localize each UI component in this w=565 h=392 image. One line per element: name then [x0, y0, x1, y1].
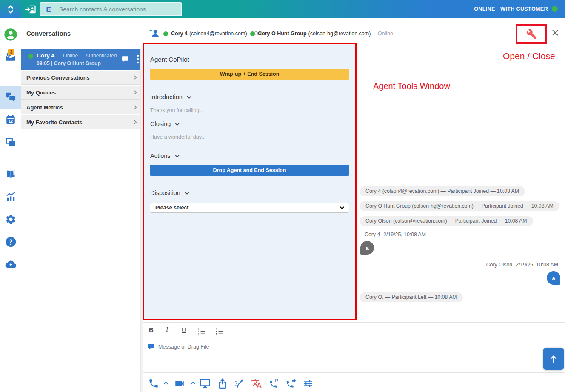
video-call-button[interactable] — [174, 378, 185, 389]
arrow-up-icon — [548, 354, 559, 364]
translate-icon — [251, 378, 262, 389]
call-options-expander[interactable] — [163, 380, 169, 387]
nav-windows[interactable] — [0, 135, 21, 150]
message-header-outbound: Cory 42/19/25, 10:08 AM — [365, 232, 426, 237]
nav-profile[interactable] — [0, 27, 21, 42]
top-bar: ONLINE - WITH CUSTOMER — [0, 0, 565, 18]
chevron-down-icon — [186, 95, 192, 99]
introduction-snippet-link[interactable]: Thank you for calling... — [150, 107, 204, 113]
conversations-title: Conversations — [26, 30, 71, 37]
message-header-inbound: Cory Olson2/19/25, 10:08 AM — [486, 262, 558, 268]
nav-rail: 3 12 — [0, 18, 21, 392]
conversation-item-active[interactable]: Cory 4— Online — Authenticated 09:05 | C… — [21, 49, 143, 70]
drop-agent-end-session-button[interactable]: Drop Agent and End Session — [150, 165, 349, 176]
presence-dot — [28, 54, 33, 59]
conversation-detail: 09:05 | Cory O Hunt Group — [37, 60, 101, 66]
user-avatar-icon — [4, 28, 17, 41]
video-options-expander[interactable] — [190, 380, 197, 387]
video-camera-icon — [174, 378, 185, 389]
chevron-down-icon — [184, 191, 190, 195]
chart-icon — [5, 191, 17, 203]
format-italic-button[interactable]: I — [166, 326, 168, 333]
app-logo[interactable] — [0, 0, 21, 18]
introduction-section-toggle[interactable]: Introduction — [150, 94, 192, 100]
sidebar-item-agent-metrics[interactable]: Agent Metrics — [21, 100, 143, 114]
close-conversation-button[interactable] — [551, 29, 560, 37]
magic-arrow-icon — [234, 378, 245, 389]
screen-share-button[interactable] — [200, 378, 211, 389]
monitor-icon — [200, 378, 211, 389]
nav-download[interactable] — [0, 257, 21, 272]
book-icon — [5, 169, 17, 180]
linklive-app: ONLINE - WITH CUSTOMER 3 — [0, 0, 565, 392]
annotation-open-close: Open / Close — [503, 51, 555, 61]
system-message: Cory O Hunt Group (colson-hg@revation.co… — [360, 201, 559, 211]
phone-icon — [148, 378, 159, 389]
annotation-agent-tools-window: Agent Tools Window — [373, 81, 450, 91]
actions-section-toggle[interactable]: Actions — [150, 152, 180, 159]
nav-settings[interactable] — [0, 212, 21, 227]
kebab-menu-icon[interactable] — [137, 54, 139, 64]
nav-contacts-book[interactable] — [0, 166, 21, 182]
call-button[interactable] — [148, 378, 159, 389]
chevron-down-icon — [340, 206, 345, 210]
inbox-badge: 3 — [8, 49, 14, 55]
ordered-list-button[interactable] — [197, 328, 205, 335]
chevron-right-icon — [132, 104, 138, 110]
nav-metrics[interactable] — [0, 189, 21, 204]
signin-contact-icon[interactable] — [25, 3, 37, 15]
nav-conversations[interactable] — [0, 86, 21, 109]
sidebar-item-previous-conversations[interactable]: Previous Conversations — [21, 71, 143, 85]
chevron-down-icon — [174, 154, 180, 158]
message-input[interactable]: Message or Drag File — [158, 344, 209, 350]
chevron-up-icon — [163, 380, 169, 387]
svg-text:P: P — [275, 378, 278, 383]
sidebar-item-my-queues[interactable]: My Queues — [21, 86, 143, 100]
wrapup-end-session-button[interactable]: Wrap-up + End Session — [150, 69, 349, 80]
disposition-section-toggle[interactable]: Disposition — [150, 189, 190, 196]
format-underline-button[interactable]: U — [182, 326, 186, 333]
nav-inbox[interactable]: 3 — [0, 49, 21, 65]
nav-help[interactable] — [0, 234, 21, 249]
directory-icon — [45, 6, 52, 13]
agent-tools-highlight-box — [516, 24, 547, 44]
ai-assist-button[interactable] — [234, 378, 245, 389]
status-presence-dot — [552, 6, 558, 12]
park-call-button[interactable]: P — [269, 378, 280, 389]
add-participant-icon[interactable] — [149, 28, 160, 39]
transfer-call-button[interactable] — [285, 378, 297, 389]
avatar-outbound: a — [360, 241, 374, 255]
closing-section-toggle[interactable]: Closing — [150, 120, 180, 127]
presence-dot — [163, 31, 168, 36]
help-icon — [5, 236, 17, 248]
divider — [143, 372, 565, 373]
closing-snippet-link[interactable]: Have a wonderful day... — [150, 134, 205, 140]
system-message: Cory Olson (colson@revation.com) — Parti… — [360, 216, 533, 226]
cloud-download-icon — [5, 259, 17, 270]
copilot-title: Agent CoPilot — [150, 56, 189, 63]
agent-status-label[interactable]: ONLINE - WITH CUSTOMER — [474, 6, 548, 12]
upload-icon — [217, 378, 228, 389]
chevron-right-icon — [132, 74, 138, 80]
phone-park-icon: P — [269, 378, 280, 389]
windows-icon — [5, 137, 16, 148]
search-input[interactable] — [40, 3, 181, 15]
agent-tools-wrench-button[interactable] — [526, 29, 537, 40]
chat-bubbles-icon — [5, 92, 17, 103]
presence-dot — [250, 31, 255, 36]
nav-schedule[interactable]: 12 — [0, 112, 21, 127]
chat-bubble-icon[interactable] — [121, 55, 129, 63]
chevron-down-icon — [174, 122, 180, 126]
file-share-button[interactable] — [217, 378, 228, 389]
call-settings-button[interactable] — [302, 378, 314, 389]
wrench-icon — [526, 29, 537, 40]
bullet-list-button[interactable] — [215, 328, 223, 335]
translate-button[interactable] — [251, 378, 262, 389]
scroll-to-top-button[interactable] — [543, 348, 564, 370]
format-bold-button[interactable]: B — [149, 326, 154, 333]
svg-text:12: 12 — [9, 119, 13, 123]
divider — [143, 322, 565, 323]
sidebar-item-my-favorite-contacts[interactable]: My Favorite Contacts — [21, 115, 143, 129]
disposition-select[interactable]: Please select... — [150, 203, 349, 213]
system-message-left: Cory O. — Participant Left — 10:08 AM — [360, 292, 463, 302]
